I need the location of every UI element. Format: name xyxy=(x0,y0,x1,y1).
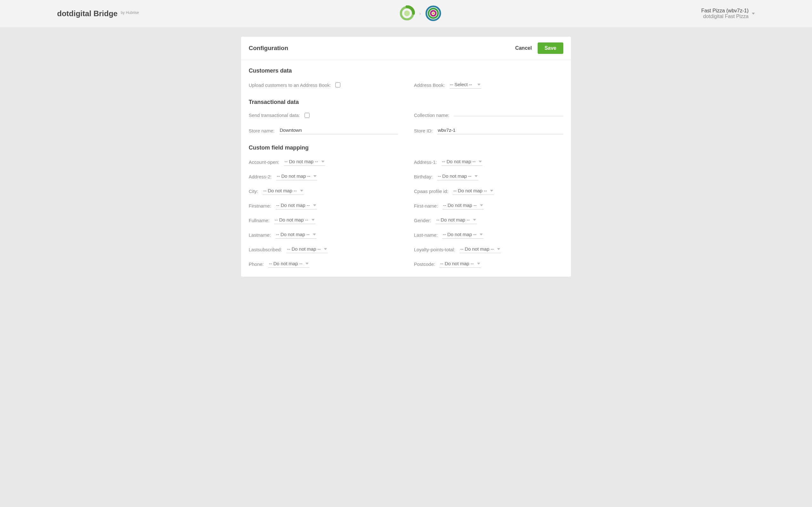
label-address-book: Address Book: xyxy=(414,82,445,88)
select-address-book[interactable]: -- Select -- xyxy=(450,81,481,89)
mapping-label: Phone: xyxy=(249,262,264,267)
chevron-down-icon xyxy=(497,248,500,250)
byline: by Hubrise xyxy=(121,10,139,15)
mapping-row: Postcode:-- Do not map -- xyxy=(414,260,563,268)
select-value: -- Do not map -- xyxy=(442,159,476,164)
input-store-id[interactable]: wbv7z-1 xyxy=(437,127,563,134)
mapping-select[interactable]: -- Do not map -- xyxy=(275,202,317,210)
section-mapping: Custom field mapping Account-open:-- Do … xyxy=(241,137,571,270)
row-address-book: Address Book: -- Select -- xyxy=(414,81,563,89)
account-switcher[interactable]: Fast Pizza (wbv7z-1) dotdigital Fast Piz… xyxy=(701,8,755,19)
cancel-button[interactable]: Cancel xyxy=(515,45,531,51)
mapping-select[interactable]: -- Do not map -- xyxy=(443,202,484,210)
label-send-transactional: Send transactional data: xyxy=(249,112,300,118)
chevron-down-icon xyxy=(477,263,480,265)
select-value: -- Do not map -- xyxy=(263,188,297,193)
select-value: -- Do not map -- xyxy=(275,217,308,222)
select-value: -- Do not map -- xyxy=(438,173,471,179)
mapping-row: Account-open:-- Do not map -- xyxy=(249,158,398,166)
mapping-select[interactable]: -- Do not map -- xyxy=(275,231,316,239)
row-store-id: Store ID: wbv7z-1 xyxy=(414,127,563,134)
select-value: -- Do not map -- xyxy=(436,217,470,222)
svg-point-5 xyxy=(432,12,434,14)
checkbox-send-transactional[interactable] xyxy=(305,113,310,118)
account-info: Fast Pizza (wbv7z-1) dotdigital Fast Piz… xyxy=(701,8,749,19)
chevron-down-icon xyxy=(313,233,316,235)
section-transactional: Transactional data Send transactional da… xyxy=(241,91,571,137)
select-value: -- Do not map -- xyxy=(277,173,310,179)
mapping-row: Fullname:-- Do not map -- xyxy=(249,216,398,224)
mapping-select[interactable]: -- Do not map -- xyxy=(287,245,328,253)
chevron-down-icon xyxy=(324,248,327,250)
mapping-select[interactable]: -- Do not map -- xyxy=(263,187,304,195)
label-upload-customers: Upload customers to an Address Book: xyxy=(249,82,331,88)
mapping-label: Firstname: xyxy=(249,203,271,209)
svg-point-1 xyxy=(404,10,410,16)
mapping-label: Lastname: xyxy=(249,232,271,238)
section-title-transactional: Transactional data xyxy=(249,99,563,106)
chevron-down-icon xyxy=(300,190,303,192)
input-store-name[interactable]: Downtown xyxy=(279,127,398,134)
dotdigital-logo-icon xyxy=(425,5,441,22)
app-header: dotdigital Bridge by Hubrise › Fast Pizz… xyxy=(0,0,812,27)
chevron-down-icon xyxy=(479,233,483,235)
card-header: Configuration Cancel Save xyxy=(241,37,571,60)
mapping-select[interactable]: -- Do not map -- xyxy=(268,260,310,268)
mapping-row: Last-name:-- Do not map -- xyxy=(414,231,563,239)
checkbox-upload-customers[interactable] xyxy=(335,82,340,88)
chevron-down-icon xyxy=(752,13,755,14)
mapping-select[interactable]: -- Do not map -- xyxy=(442,158,483,166)
section-title-customers: Customers data xyxy=(249,67,563,74)
mapping-row: Cpaas profile id:-- Do not map -- xyxy=(414,187,563,195)
save-button[interactable]: Save xyxy=(538,43,563,54)
mapping-label: Birthday: xyxy=(414,174,433,179)
mapping-row: Birthday:-- Do not map -- xyxy=(414,173,563,180)
chevron-down-icon xyxy=(313,175,316,177)
chevron-right-icon: › xyxy=(419,11,421,16)
mapping-label: Cpaas profile id: xyxy=(414,188,448,194)
input-value: Downtown xyxy=(280,127,302,133)
header-left: dotdigital Bridge by Hubrise xyxy=(57,9,139,18)
mapping-select[interactable]: -- Do not map -- xyxy=(437,173,478,180)
mapping-select[interactable]: -- Do not map -- xyxy=(442,231,484,239)
card-actions: Cancel Save xyxy=(515,43,563,54)
select-value: -- Do not map -- xyxy=(440,261,474,266)
chevron-down-icon xyxy=(313,205,316,206)
mapping-select[interactable]: -- Do not map -- xyxy=(453,187,494,195)
select-value: -- Do not map -- xyxy=(269,261,303,266)
mapping-row: Phone:-- Do not map -- xyxy=(249,260,398,268)
chevron-down-icon xyxy=(477,83,480,86)
mapping-row: Lastname:-- Do not map -- xyxy=(249,231,398,239)
select-value: -- Do not map -- xyxy=(276,232,310,237)
app-title: dotdigital Bridge xyxy=(57,9,118,18)
mapping-label: Loyalty-points-total: xyxy=(414,247,455,252)
select-value: -- Do not map -- xyxy=(443,232,476,237)
label-store-name: Store name: xyxy=(249,128,275,133)
mapping-select[interactable]: -- Do not map -- xyxy=(284,158,325,166)
row-store-name: Store name: Downtown xyxy=(249,127,398,134)
mapping-select[interactable]: -- Do not map -- xyxy=(274,216,315,224)
mapping-label: City: xyxy=(249,188,258,194)
hubrise-logo-icon xyxy=(399,5,415,22)
select-value: -- Do not map -- xyxy=(453,188,487,193)
select-value: -- Do not map -- xyxy=(443,203,477,208)
mapping-select[interactable]: -- Do not map -- xyxy=(440,260,481,268)
mapping-row: Firstname:-- Do not map -- xyxy=(249,202,398,210)
mapping-label: Address-2: xyxy=(249,174,272,179)
label-collection-name: Collection name: xyxy=(414,112,450,118)
mapping-select[interactable]: -- Do not map -- xyxy=(436,216,477,224)
chevron-down-icon xyxy=(478,161,482,163)
mapping-select[interactable]: -- Do not map -- xyxy=(460,245,501,253)
mapping-label: Fullname: xyxy=(249,218,270,223)
mapping-row: First-name:-- Do not map -- xyxy=(414,202,563,210)
mapping-select[interactable]: -- Do not map -- xyxy=(276,173,317,180)
input-collection-name[interactable] xyxy=(454,114,563,116)
mapping-label: Address-1: xyxy=(414,159,437,165)
mapping-label: Account-open: xyxy=(249,159,280,165)
org-name: Fast Pizza (wbv7z-1) xyxy=(701,8,749,14)
mapping-label: Lastsubscribed: xyxy=(249,247,282,252)
mapping-row: Address-1:-- Do not map -- xyxy=(414,158,563,166)
chevron-down-icon xyxy=(473,219,476,221)
label-store-id: Store ID: xyxy=(414,128,433,133)
chevron-down-icon xyxy=(321,161,324,163)
